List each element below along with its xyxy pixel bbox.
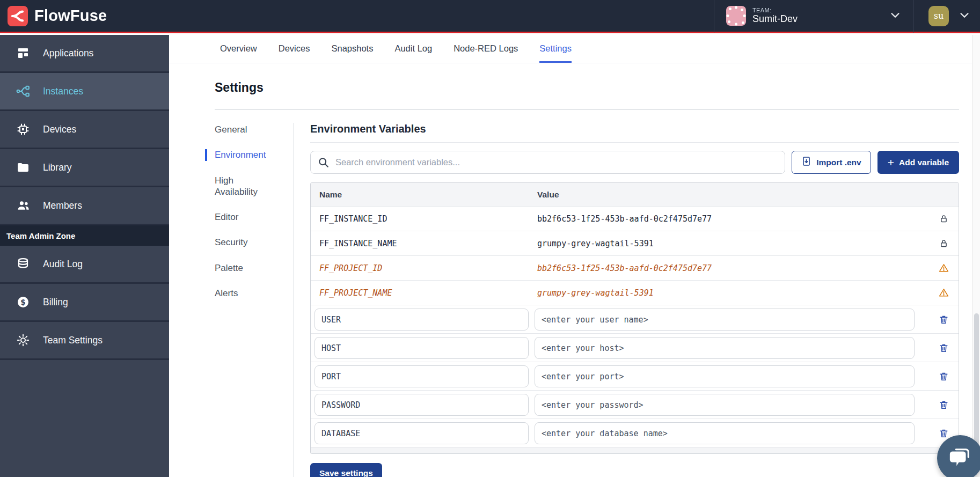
env-value-input[interactable] bbox=[535, 309, 915, 331]
env-name-input[interactable] bbox=[315, 337, 529, 359]
subnav-alerts[interactable]: Alerts bbox=[205, 288, 275, 299]
tab-node-red-logs[interactable]: Node-RED Logs bbox=[454, 35, 518, 63]
sidebar-item-label: Billing bbox=[43, 297, 68, 308]
team-admin-zone-header: Team Admin Zone bbox=[0, 225, 169, 246]
gear-icon bbox=[16, 333, 30, 347]
subnav-environment[interactable]: Environment bbox=[205, 149, 275, 160]
tab-audit-log[interactable]: Audit Log bbox=[394, 35, 432, 63]
subnav-high-availability[interactable]: High Availability bbox=[205, 175, 275, 198]
table-row: FF_INSTANCE_ID bb2f6c53-1f25-453b-aafd-0… bbox=[311, 206, 959, 231]
search-input[interactable] bbox=[310, 151, 785, 174]
brand[interactable]: FlowFuse bbox=[0, 6, 107, 26]
users-icon bbox=[16, 199, 30, 212]
page-title: Settings bbox=[215, 80, 959, 95]
env-name-input[interactable] bbox=[315, 422, 529, 444]
table-row-editable bbox=[311, 333, 959, 362]
team-avatar bbox=[726, 6, 746, 26]
sidebar-item-applications[interactable]: Applications bbox=[0, 35, 169, 73]
env-name-input[interactable] bbox=[315, 394, 529, 416]
team-label: TEAM: bbox=[752, 7, 798, 14]
sidebar-item-label: Devices bbox=[43, 124, 76, 135]
import-file-icon bbox=[801, 156, 811, 168]
sidebar-item-label: Instances bbox=[43, 86, 83, 97]
warning-icon bbox=[928, 288, 959, 298]
dollar-circle-icon: $ bbox=[16, 295, 30, 309]
table-row-editable bbox=[311, 305, 959, 333]
env-name-input[interactable] bbox=[315, 309, 529, 331]
subnav-general[interactable]: General bbox=[205, 124, 275, 135]
flowfuse-logo-icon bbox=[8, 6, 28, 26]
sidebar-item-label: Applications bbox=[43, 48, 93, 59]
table-row: FF_PROJECT_ID bb2f6c53-1f25-453b-aafd-0c… bbox=[311, 255, 959, 280]
folder-icon bbox=[16, 160, 30, 174]
tab-devices[interactable]: Devices bbox=[279, 35, 310, 63]
sidebar-item-label: Library bbox=[43, 162, 72, 173]
main-content: Overview Devices Snapshots Audit Log Nod… bbox=[169, 35, 980, 477]
env-value-input[interactable] bbox=[535, 422, 915, 444]
env-value-input[interactable] bbox=[535, 365, 915, 387]
subnav-palette[interactable]: Palette bbox=[205, 262, 275, 274]
svg-text:$: $ bbox=[20, 298, 25, 306]
trash-icon[interactable] bbox=[928, 400, 959, 410]
table-row-editable bbox=[311, 390, 959, 419]
team-name: Sumit-Dev bbox=[752, 13, 798, 25]
chevron-down-icon bbox=[889, 9, 901, 23]
team-admin-zone-label: Team Admin Zone bbox=[6, 231, 75, 240]
sidebar-item-billing[interactable]: $ Billing bbox=[0, 284, 169, 322]
sidebar: Applications Instances Devices Library bbox=[0, 35, 169, 477]
tab-snapshots[interactable]: Snapshots bbox=[331, 35, 373, 63]
trash-icon[interactable] bbox=[928, 314, 959, 325]
env-variables-table: Name Value FF_INSTANCE_ID bb2f6c53-1f25-… bbox=[310, 182, 959, 454]
env-value-input[interactable] bbox=[535, 337, 915, 359]
table-footer bbox=[311, 447, 959, 453]
sidebar-item-label: Audit Log bbox=[43, 259, 83, 270]
chip-icon bbox=[16, 122, 30, 136]
section-title: Environment Variables bbox=[310, 123, 959, 143]
sidebar-item-label: Members bbox=[43, 200, 82, 211]
sidebar-item-audit-log[interactable]: Audit Log bbox=[0, 246, 169, 284]
sidebar-item-instances[interactable]: Instances bbox=[0, 73, 169, 111]
plus-icon: + bbox=[888, 157, 894, 168]
table-header: Name Value bbox=[311, 183, 959, 206]
sidebar-item-devices[interactable]: Devices bbox=[0, 111, 169, 149]
trash-icon[interactable] bbox=[928, 343, 959, 353]
lock-icon bbox=[928, 214, 959, 223]
brand-name: FlowFuse bbox=[34, 7, 107, 25]
column-header-name: Name bbox=[311, 190, 532, 200]
subnav-security[interactable]: Security bbox=[205, 237, 275, 248]
sidebar-item-label: Team Settings bbox=[43, 335, 103, 346]
trash-icon[interactable] bbox=[928, 371, 959, 381]
settings-subnav: General Environment High Availability Ed… bbox=[215, 123, 294, 477]
sidebar-item-library[interactable]: Library bbox=[0, 149, 169, 187]
search-icon bbox=[318, 157, 329, 170]
applications-icon bbox=[16, 46, 30, 60]
table-row: FF_INSTANCE_NAME grumpy-grey-wagtail-539… bbox=[311, 231, 959, 255]
chat-icon bbox=[948, 445, 972, 472]
user-avatar: su bbox=[928, 6, 949, 26]
tab-settings[interactable]: Settings bbox=[539, 35, 572, 63]
table-row-editable bbox=[311, 362, 959, 390]
table-row-editable bbox=[311, 419, 959, 447]
env-value-input[interactable] bbox=[535, 394, 915, 416]
instances-icon bbox=[16, 84, 30, 98]
warning-icon bbox=[928, 263, 959, 273]
team-selector[interactable]: TEAM: Sumit-Dev bbox=[714, 0, 913, 33]
instance-tabbar: Overview Devices Snapshots Audit Log Nod… bbox=[169, 35, 980, 63]
add-variable-button[interactable]: + Add variable bbox=[877, 151, 959, 174]
sidebar-item-members[interactable]: Members bbox=[0, 187, 169, 225]
title-divider bbox=[215, 109, 959, 110]
chat-widget-button[interactable] bbox=[937, 435, 980, 477]
page-scrollbar[interactable] bbox=[972, 35, 980, 477]
table-row: FF_PROJECT_NAME grumpy-grey-wagtail-5391 bbox=[311, 280, 959, 305]
import-env-button[interactable]: Import .env bbox=[792, 151, 871, 174]
lock-icon bbox=[928, 239, 959, 248]
save-settings-button[interactable]: Save settings bbox=[310, 463, 382, 477]
tab-overview[interactable]: Overview bbox=[220, 35, 257, 63]
env-name-input[interactable] bbox=[315, 365, 529, 387]
subnav-editor[interactable]: Editor bbox=[205, 211, 275, 223]
column-header-value: Value bbox=[532, 190, 928, 200]
chevron-down-icon bbox=[959, 9, 970, 23]
user-menu[interactable]: su bbox=[913, 6, 980, 26]
sidebar-item-team-settings[interactable]: Team Settings bbox=[0, 322, 169, 360]
topbar: FlowFuse TEAM: Sumit-Dev su bbox=[0, 0, 980, 33]
